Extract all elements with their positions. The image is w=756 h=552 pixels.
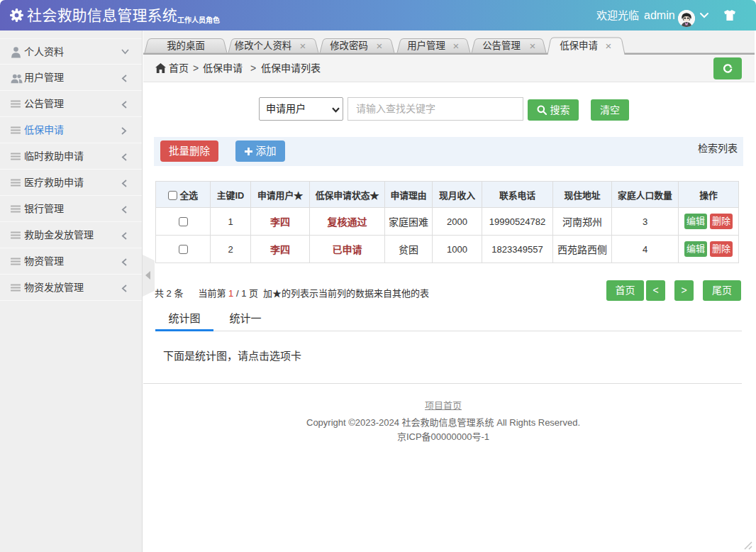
svg-text:低保申请: 低保申请	[560, 40, 598, 51]
svg-text:公告管理: 公告管理	[482, 40, 521, 51]
svg-text:用户管理: 用户管理	[407, 40, 445, 51]
svg-text:我的桌面: 我的桌面	[167, 40, 205, 51]
svg-text:×: ×	[606, 40, 612, 52]
svg-text:×: ×	[377, 40, 383, 52]
svg-text:×: ×	[453, 40, 460, 52]
svg-text:修改密码: 修改密码	[330, 40, 368, 51]
svg-text:×: ×	[300, 40, 306, 52]
svg-text:×: ×	[530, 40, 536, 52]
svg-text:修改个人资料: 修改个人资料	[235, 40, 291, 51]
